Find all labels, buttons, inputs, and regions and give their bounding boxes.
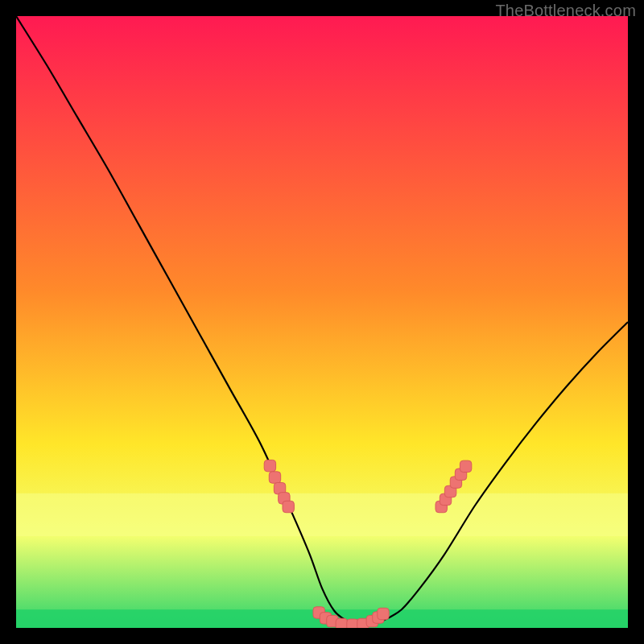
chart-stage: TheBottleneck.com xyxy=(0,0,644,644)
data-marker xyxy=(347,619,358,628)
data-marker xyxy=(269,472,280,483)
data-marker xyxy=(264,460,275,471)
watermark-label: TheBottleneck.com xyxy=(495,2,636,20)
data-marker xyxy=(283,501,294,512)
data-marker xyxy=(460,460,471,472)
data-marker xyxy=(336,618,347,628)
bottleneck-chart xyxy=(16,16,628,628)
data-marker xyxy=(378,608,389,619)
yellow-band xyxy=(16,493,628,536)
